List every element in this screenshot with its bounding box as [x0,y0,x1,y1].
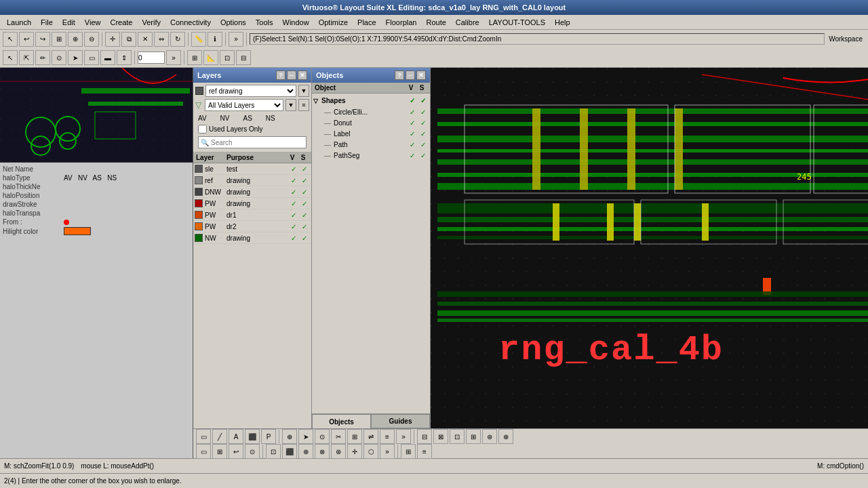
btb2-3[interactable]: ↩ [229,444,243,459]
tb2-arrow[interactable]: ➤ [68,50,83,65]
objects-close-btn[interactable]: ✕ [416,70,426,80]
tb-ruler[interactable]: 📏 [191,32,206,47]
btb-align2[interactable]: ≡ [380,429,395,444]
btb-pin[interactable]: P [261,429,276,444]
tb-pointer[interactable]: ↖ [3,32,18,47]
shapes-v-check[interactable]: ✓ [407,97,418,104]
btb-t1[interactable]: ⊟ [417,429,432,444]
shapes-header[interactable]: ▽ Shapes ✓ ✓ [313,95,429,106]
btb-inst[interactable]: ⬛ [245,429,260,444]
filter-tab-as[interactable]: AS [243,115,252,122]
tb-undo[interactable]: ↩ [19,32,34,47]
child-v-check[interactable]: ✓ [407,141,418,148]
filter-tab-ns[interactable]: NS [266,115,275,122]
menu-verify[interactable]: Verify [138,17,165,28]
btb2-10[interactable]: ✛ [347,444,362,459]
tab-guides[interactable]: Guides [371,414,430,428]
btb2-7[interactable]: ⊕ [298,444,313,459]
layer-s-check[interactable]: ✓ [299,211,310,219]
menu-floorplan[interactable]: Floorplan [382,17,421,28]
layer-search-input[interactable] [198,136,307,148]
layer-row[interactable]: sle test ✓ ✓ [193,163,311,175]
btb-move2[interactable]: ➤ [298,429,313,444]
btb2-5[interactable]: ⊡ [266,444,281,459]
layer-filter-select[interactable]: ref drawing [205,85,296,97]
tb2-pencil[interactable]: ✏ [35,50,50,65]
layer-row[interactable]: NW drawing ✓ ✓ [193,232,311,244]
btb-t6[interactable]: ⊕ [498,429,513,444]
tb-redo[interactable]: ↪ [35,32,50,47]
child-v-check[interactable]: ✓ [407,152,418,159]
menu-edit[interactable]: Edit [58,17,79,28]
layer-v-check[interactable]: ✓ [288,165,299,173]
layer-filter-dropdown[interactable]: ▼ [298,85,309,97]
btb-add[interactable]: ⊕ [282,429,297,444]
object-child-row[interactable]: — Label ✓ ✓ [313,128,429,139]
btb-path[interactable]: ╱ [212,429,227,444]
btb2-r1[interactable]: ⊞ [401,444,416,459]
all-valid-extra[interactable]: ≡ [298,99,309,111]
btb-more2[interactable]: » [396,429,411,444]
layers-help-btn[interactable]: ? [276,70,285,80]
menu-connectivity[interactable]: Connectivity [166,17,215,28]
tb2-select[interactable]: ↖ [3,50,18,65]
child-s-check[interactable]: ✓ [418,130,429,138]
child-v-check[interactable]: ✓ [407,130,418,138]
child-v-check[interactable]: ✓ [407,119,418,127]
tab-objects[interactable]: Objects [312,414,371,428]
tb2-grid[interactable]: ⊞ [187,50,202,65]
layer-v-check[interactable]: ✓ [288,223,299,230]
tb-properties[interactable]: ℹ [208,32,222,47]
menu-calibre[interactable]: Calibre [452,17,484,28]
btb2-9[interactable]: ⊛ [331,444,346,459]
tb-rotate[interactable]: ↻ [170,32,185,47]
tb2-measure[interactable]: 📐 [203,50,218,65]
layer-s-check[interactable]: ✓ [299,223,310,230]
layer-s-check[interactable]: ✓ [299,200,310,207]
layer-row[interactable]: ref drawing ✓ ✓ [193,175,311,186]
btb2-12[interactable]: » [380,444,395,459]
layer-s-check[interactable]: ✓ [299,188,310,196]
btb2-4[interactable]: ⊙ [245,444,260,459]
menu-place[interactable]: Place [353,17,380,28]
btb-rect[interactable]: ▭ [196,429,211,444]
menu-create[interactable]: Create [106,17,136,28]
layers-close-btn[interactable]: ✕ [298,70,307,80]
filter-tab-nv[interactable]: NV [220,115,230,122]
btb-label[interactable]: A [229,429,243,444]
tb2-target[interactable]: ⊙ [52,50,66,65]
snap-input[interactable] [138,52,165,64]
menu-tools[interactable]: Tools [252,17,277,28]
layer-v-check[interactable]: ✓ [288,235,299,242]
tb2-select2[interactable]: ⇱ [19,50,34,65]
tb2-more[interactable]: » [166,50,181,65]
filter-tab-av[interactable]: AV [198,115,207,122]
tb2-align[interactable]: ⊟ [236,50,251,65]
objects-min-btn[interactable]: ─ [406,70,415,80]
child-s-check[interactable]: ✓ [418,119,429,127]
menu-help[interactable]: Help [551,17,574,28]
tb-zoom-in[interactable]: ⊕ [68,32,83,47]
child-s-check[interactable]: ✓ [418,152,429,159]
layer-v-check[interactable]: ✓ [288,177,299,184]
btb-t3[interactable]: ⊡ [450,429,465,444]
hilight-color-box[interactable] [64,227,91,235]
object-child-row[interactable]: — PathSeg ✓ ✓ [313,150,429,161]
used-layers-checkbox[interactable] [198,125,207,134]
layer-row[interactable]: DNW drawing ✓ ✓ [193,186,311,198]
layer-v-check[interactable]: ✓ [288,200,299,207]
tb-move[interactable]: ✛ [105,32,120,47]
layer-v-check[interactable]: ✓ [288,211,299,219]
layer-row[interactable]: PW dr2 ✓ ✓ [193,221,311,232]
menu-layout-tools[interactable]: LAYOUT-TOOLS [485,17,549,28]
menu-view[interactable]: View [81,17,105,28]
shapes-s-check[interactable]: ✓ [418,97,429,104]
menu-route[interactable]: Route [422,17,450,28]
menu-launch[interactable]: Launch [3,17,35,28]
tb2-rect[interactable]: ▭ [84,50,99,65]
layer-row[interactable]: PW dr1 ✓ ✓ [193,209,311,221]
object-child-row[interactable]: — Path ✓ ✓ [313,139,429,150]
btb2-2[interactable]: ⊞ [212,444,227,459]
child-v-check[interactable]: ✓ [407,108,418,116]
child-s-check[interactable]: ✓ [418,108,429,116]
